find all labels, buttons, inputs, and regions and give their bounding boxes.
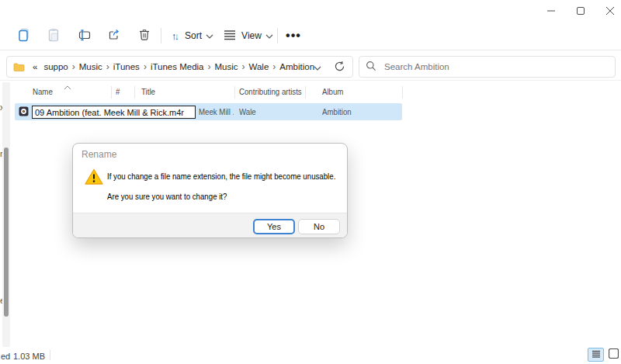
- column-divider[interactable]: [305, 86, 306, 99]
- status-divider: [50, 350, 50, 360]
- yes-button[interactable]: Yes: [253, 219, 295, 234]
- breadcrumb-overflow[interactable]: «: [29, 62, 40, 71]
- breadcrumb-item[interactable]: iTunes: [110, 62, 143, 71]
- folder-icon: [13, 62, 25, 72]
- nav-item-fragment: e: [0, 296, 2, 305]
- share-icon: [107, 28, 121, 44]
- search-input[interactable]: [384, 62, 609, 71]
- command-bar: ↑↓ Sort View •••: [0, 22, 621, 50]
- delete-icon: [137, 28, 151, 44]
- sort-label: Sort: [185, 30, 202, 41]
- close-button[interactable]: [598, 1, 621, 21]
- refresh-icon: [334, 61, 345, 75]
- breadcrumb-item[interactable]: Wale: [246, 62, 272, 71]
- breadcrumb-item[interactable]: suppo: [40, 62, 71, 71]
- address-row: « suppo › Music › iTunes › iTunes Media …: [0, 50, 621, 81]
- nav-item-fragment: x: [0, 102, 2, 112]
- breadcrumb-item[interactable]: Music: [76, 62, 106, 71]
- chevron-down-icon: [265, 30, 273, 41]
- refresh-button[interactable]: [331, 61, 348, 75]
- address-dropdown-button[interactable]: [309, 61, 326, 74]
- column-header-number[interactable]: #: [116, 87, 120, 96]
- sort-ascending-icon: [64, 81, 71, 92]
- search-box[interactable]: [359, 56, 616, 78]
- minimize-icon: [547, 7, 555, 15]
- dialog-title: Rename: [82, 149, 116, 160]
- dialog-message-line2: Are you sure you want to change it?: [107, 192, 244, 201]
- column-header-title[interactable]: Title: [141, 87, 157, 96]
- music-file-icon: [19, 106, 29, 119]
- minimize-button[interactable]: [539, 1, 564, 21]
- nav-pane-scrollbar-thumb[interactable]: [4, 147, 9, 317]
- column-divider[interactable]: [111, 86, 112, 99]
- dialog-footer: Yes No: [73, 213, 347, 238]
- thumbnail-view-toggle[interactable]: [606, 348, 620, 362]
- more-icon: •••: [286, 32, 301, 40]
- column-header-contributing-artists[interactable]: Contributing artists: [239, 87, 310, 96]
- chevron-down-icon: [314, 62, 321, 73]
- copy-icon: [17, 28, 31, 44]
- view-label: View: [241, 30, 262, 41]
- view-icon: [224, 29, 236, 43]
- maximize-button[interactable]: [568, 1, 593, 21]
- status-selected-text-truncated: ed: [1, 352, 10, 361]
- view-button[interactable]: View: [222, 23, 275, 48]
- rename-icon: [77, 28, 92, 44]
- filename-edit-input[interactable]: [32, 106, 196, 119]
- see-more-button[interactable]: •••: [280, 23, 307, 48]
- column-divider[interactable]: [234, 86, 235, 99]
- warning-icon: [84, 168, 104, 189]
- thumbnail-view-icon: [609, 348, 619, 361]
- paste-button[interactable]: [39, 23, 68, 48]
- rename-dialog: Rename If you change a file name extensi…: [72, 143, 348, 238]
- column-header-name[interactable]: Name: [33, 87, 55, 96]
- nav-item-fragment: n: [0, 149, 2, 158]
- copy-button[interactable]: [9, 23, 39, 48]
- file-contributing-artists-cell: Wale: [239, 107, 301, 116]
- details-view-toggle[interactable]: [588, 348, 604, 362]
- status-size-text: 1.03 MB: [13, 352, 45, 361]
- details-view-icon: [592, 349, 601, 360]
- breadcrumb-item[interactable]: Music: [211, 62, 241, 71]
- sort-icon: ↑↓: [172, 30, 179, 42]
- rename-button[interactable]: [69, 23, 99, 48]
- dialog-message-line1: If you change a file name extension, the…: [107, 172, 348, 181]
- no-button[interactable]: No: [298, 219, 340, 234]
- toolbar-divider: [161, 28, 161, 43]
- file-title-cell: Meek Mill ...: [199, 107, 234, 116]
- title-bar: [0, 0, 621, 22]
- paste-icon: [47, 28, 61, 44]
- column-header-album[interactable]: Album: [322, 87, 346, 96]
- breadcrumb-item[interactable]: iTunes Media: [147, 62, 207, 71]
- close-icon: [606, 7, 614, 15]
- search-icon: [366, 61, 376, 74]
- address-bar[interactable]: « suppo › Music › iTunes › iTunes Media …: [6, 56, 353, 78]
- share-button[interactable]: [99, 23, 129, 48]
- file-album-cell: Ambition: [322, 107, 400, 116]
- maximize-icon: [577, 7, 585, 15]
- sort-button[interactable]: ↑↓ Sort: [165, 23, 220, 48]
- delete-button[interactable]: [130, 23, 159, 48]
- toolbar-divider: [277, 28, 278, 43]
- column-divider[interactable]: [402, 86, 403, 99]
- column-divider[interactable]: [134, 86, 135, 99]
- chevron-down-icon: [206, 30, 213, 41]
- status-bar: ed 1.03 MB: [0, 347, 621, 364]
